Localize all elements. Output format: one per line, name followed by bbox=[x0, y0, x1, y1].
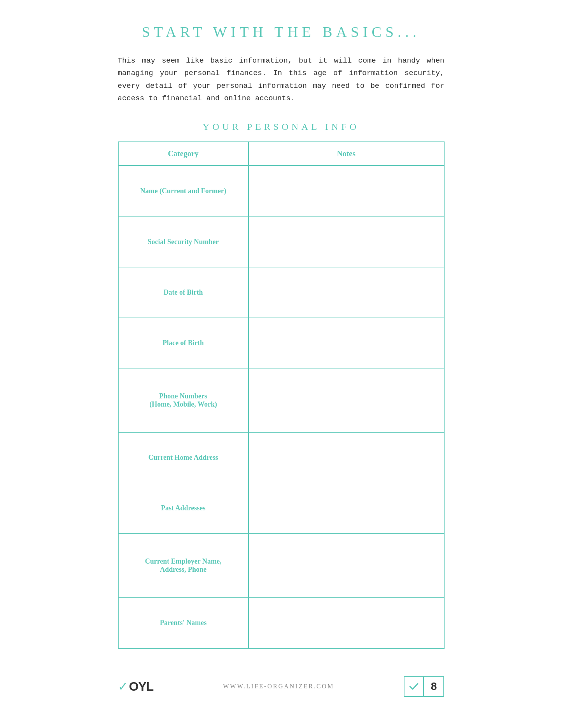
notes-cell[interactable] bbox=[249, 216, 444, 267]
logo-slash-icon: ✓ bbox=[118, 679, 128, 694]
notes-cell[interactable] bbox=[249, 318, 444, 368]
section-title: YOUR PERSONAL INFO bbox=[118, 122, 445, 132]
table-row: Social Security Number bbox=[118, 216, 444, 267]
personal-info-table: Category Notes Name (Current and Former)… bbox=[118, 141, 445, 649]
page-number: 8 bbox=[424, 677, 443, 696]
footer: ✓ OYL WWW.LIFE-ORGANIZER.COM 8 bbox=[118, 668, 445, 697]
notes-cell[interactable] bbox=[249, 597, 444, 648]
logo: ✓ OYL bbox=[118, 679, 154, 694]
category-cell: Place of Birth bbox=[118, 318, 249, 368]
page: START WITH THE BASICS... This may seem l… bbox=[87, 0, 476, 728]
table-row: Date of Birth bbox=[118, 267, 444, 318]
category-cell: Parents' Names bbox=[118, 597, 249, 648]
category-cell: Current Home Address bbox=[118, 432, 249, 483]
notes-cell[interactable] bbox=[249, 432, 444, 483]
footer-url: WWW.LIFE-ORGANIZER.COM bbox=[223, 683, 334, 690]
table-row: Parents' Names bbox=[118, 597, 444, 648]
category-cell: Name (Current and Former) bbox=[118, 166, 249, 216]
notes-cell[interactable] bbox=[249, 483, 444, 533]
category-cell: Social Security Number bbox=[118, 216, 249, 267]
category-cell: Date of Birth bbox=[118, 267, 249, 318]
category-cell: Current Employer Name,Address, Phone bbox=[118, 533, 249, 597]
category-cell: Past Addresses bbox=[118, 483, 249, 533]
logo-text: OYL bbox=[129, 679, 154, 694]
logo-oyl: OYL bbox=[129, 679, 154, 693]
notes-cell[interactable] bbox=[249, 267, 444, 318]
page-badge: 8 bbox=[404, 676, 444, 697]
table-row: Place of Birth bbox=[118, 318, 444, 368]
page-title: START WITH THE BASICS... bbox=[118, 23, 445, 40]
notes-cell[interactable] bbox=[249, 533, 444, 597]
notes-cell[interactable] bbox=[249, 166, 444, 216]
badge-checkmark-icon bbox=[404, 677, 424, 696]
table-row: Name (Current and Former) bbox=[118, 166, 444, 216]
table-row: Current Home Address bbox=[118, 432, 444, 483]
category-cell: Phone Numbers(Home, Mobile, Work) bbox=[118, 368, 249, 432]
table-row: Phone Numbers(Home, Mobile, Work) bbox=[118, 368, 444, 432]
table-row: Current Employer Name,Address, Phone bbox=[118, 533, 444, 597]
table-row: Past Addresses bbox=[118, 483, 444, 533]
notes-cell[interactable] bbox=[249, 368, 444, 432]
column-header-category: Category bbox=[118, 142, 249, 166]
intro-paragraph: This may seem like basic information, bu… bbox=[118, 54, 445, 105]
column-header-notes: Notes bbox=[249, 142, 444, 166]
